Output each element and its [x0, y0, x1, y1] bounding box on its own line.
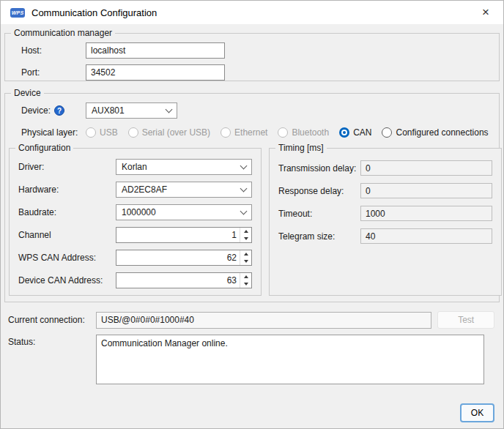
channel-row: Channel	[18, 227, 252, 243]
communication-manager-group-label: Communication manager	[11, 28, 115, 38]
device-dropdown-value: AUX801	[92, 105, 125, 116]
arrow-up-icon	[244, 253, 248, 255]
radio-usb-icon	[86, 127, 96, 138]
radio-ethernet-label: Ethernet	[234, 127, 267, 138]
chevron-down-icon	[166, 105, 173, 113]
communication-configuration-dialog: WPS Communication Configuration × Commun…	[0, 0, 504, 429]
response-delay-value: 0	[366, 186, 371, 196]
timeout-field: 1000	[360, 206, 492, 221]
timeout-value: 1000	[366, 209, 385, 219]
host-row: Host:	[21, 42, 499, 59]
radio-usb-label: USB	[100, 127, 118, 138]
window-title: Communication Configuration	[32, 7, 157, 18]
chevron-down-icon	[240, 184, 248, 192]
radio-can-icon	[339, 127, 349, 138]
test-button[interactable]: Test	[437, 311, 494, 329]
hardware-label: Hardware:	[18, 184, 116, 195]
physical-layer-label: Physical layer:	[21, 127, 86, 138]
hardware-row: Hardware: AD2EC8AF	[18, 182, 252, 198]
arrow-down-icon	[244, 260, 248, 263]
spin-down-button[interactable]	[240, 280, 251, 288]
timing-group: Timing [ms] Transmission delay: 0 Respon…	[269, 148, 502, 296]
radio-usb[interactable]: USB	[86, 127, 118, 138]
timeout-row: Timeout: 1000	[278, 206, 492, 221]
inner-groups-container: Configuration Driver: Korlan Hardware: A…	[9, 148, 495, 296]
baudrate-dropdown[interactable]: 1000000	[116, 204, 252, 220]
current-connection-value: USB/@0#0#0#1000#40	[101, 315, 194, 325]
communication-manager-group: Communication manager Host: Port:	[4, 33, 500, 81]
host-label: Host:	[21, 45, 86, 56]
radio-configured-connections-label: Configured connections	[396, 127, 488, 138]
wps-can-address-label: WPS CAN Address:	[18, 253, 116, 263]
spin-up-button[interactable]	[240, 273, 251, 280]
titlebar: WPS Communication Configuration ×	[1, 1, 503, 24]
status-textarea[interactable]: Communication Manager online.	[96, 335, 484, 384]
wps-can-address-input[interactable]	[116, 250, 240, 265]
port-input[interactable]	[86, 64, 225, 81]
response-delay-label: Response delay:	[278, 186, 360, 196]
channel-input[interactable]	[116, 228, 240, 242]
device-dropdown[interactable]: AUX801	[86, 102, 177, 119]
driver-row: Driver: Korlan	[18, 159, 252, 175]
wps-app-icon: WPS	[10, 8, 25, 18]
status-label: Status:	[8, 335, 96, 347]
radio-ethernet-icon	[220, 127, 231, 138]
wps-can-spin-buttons	[240, 250, 251, 265]
arrow-down-icon	[244, 283, 248, 286]
device-select-row: Device: ? AUX801	[5, 102, 499, 119]
configuration-group: Configuration Driver: Korlan Hardware: A…	[9, 148, 262, 296]
driver-dropdown-value: Korlan	[122, 162, 147, 172]
physical-layer-row: Physical layer: USB Serial (over USB) Et…	[5, 127, 499, 138]
radio-can[interactable]: CAN	[339, 127, 371, 138]
ok-button[interactable]: OK	[460, 403, 494, 422]
spin-up-button[interactable]	[240, 228, 251, 235]
spin-up-button[interactable]	[240, 250, 251, 258]
driver-label: Driver:	[18, 162, 116, 172]
radio-serial-icon	[128, 127, 138, 138]
baudrate-dropdown-value: 1000000	[122, 207, 156, 217]
telegram-size-row: Telegram size: 40	[278, 228, 492, 244]
chevron-down-icon	[240, 162, 248, 169]
port-row: Port:	[21, 64, 499, 81]
chevron-down-icon	[240, 207, 248, 214]
telegram-size-label: Telegram size:	[278, 231, 360, 242]
device-can-address-input[interactable]	[116, 273, 240, 288]
current-connection-row: Current connection: USB/@0#0#0#1000#40 T…	[8, 311, 494, 329]
arrow-down-icon	[244, 237, 248, 240]
device-label: Device:	[21, 105, 51, 116]
radio-can-label: CAN	[353, 127, 371, 138]
configuration-group-label: Configuration	[15, 143, 73, 153]
device-can-address-label: Device CAN Address:	[18, 275, 116, 286]
arrow-up-icon	[244, 230, 248, 233]
hardware-dropdown-value: AD2EC8AF	[122, 184, 167, 195]
radio-configured-connections[interactable]: Configured connections	[382, 127, 488, 138]
driver-dropdown[interactable]: Korlan	[116, 159, 252, 175]
timeout-label: Timeout:	[278, 209, 360, 219]
radio-serial-label: Serial (over USB)	[142, 127, 210, 138]
channel-spinner	[116, 227, 252, 243]
help-icon[interactable]: ?	[54, 105, 64, 116]
radio-bluetooth-icon	[278, 127, 288, 138]
radio-bluetooth[interactable]: Bluetooth	[278, 127, 329, 138]
close-icon[interactable]: ×	[475, 2, 496, 23]
host-input[interactable]	[86, 42, 225, 59]
radio-configured-connections-icon	[382, 127, 392, 138]
transmission-delay-row: Transmission delay: 0	[278, 160, 492, 176]
device-can-spin-buttons	[240, 273, 251, 288]
device-group-label: Device	[11, 88, 44, 98]
wps-can-address-spinner	[116, 250, 252, 266]
response-delay-row: Response delay: 0	[278, 183, 492, 198]
telegram-size-field: 40	[360, 228, 492, 244]
transmission-delay-label: Transmission delay:	[278, 163, 360, 174]
radio-ethernet[interactable]: Ethernet	[220, 127, 267, 138]
status-row: Status: Communication Manager online.	[8, 335, 494, 384]
current-connection-field: USB/@0#0#0#1000#40	[96, 312, 431, 329]
spin-down-button[interactable]	[240, 258, 251, 265]
device-label-container: Device: ?	[21, 105, 86, 116]
spin-down-button[interactable]	[240, 235, 251, 242]
wps-can-address-row: WPS CAN Address:	[18, 250, 252, 266]
radio-serial-over-usb[interactable]: Serial (over USB)	[128, 127, 210, 138]
transmission-delay-field: 0	[360, 160, 492, 176]
hardware-dropdown[interactable]: AD2EC8AF	[116, 182, 252, 198]
transmission-delay-value: 0	[366, 163, 371, 174]
